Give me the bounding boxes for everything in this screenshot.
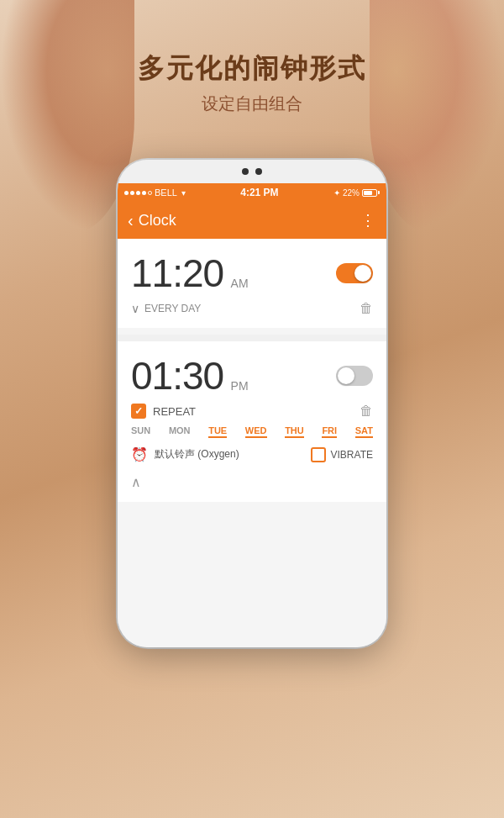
main-title: 多元化的闹钟形式: [0, 50, 504, 87]
day-fri[interactable]: FRI: [322, 425, 337, 438]
alarm2-toggle[interactable]: [336, 366, 373, 386]
alarm1-time-row: 11:20 AM: [131, 251, 373, 296]
battery-tip: [378, 191, 380, 194]
phone-top: [118, 160, 386, 183]
status-left: BELL ▾: [124, 187, 186, 198]
divider-1: [118, 335, 386, 341]
menu-button[interactable]: ⋮: [360, 211, 376, 230]
alarm1-time-display: 11:20 AM: [131, 251, 249, 296]
header-title: Clock: [139, 212, 360, 230]
wifi-icon: ▾: [181, 188, 186, 198]
day-mon[interactable]: MON: [169, 425, 191, 438]
alarm-card-2: 01:30 PM REPEAT 🗑 SUN MON TUE WED THU FR…: [118, 341, 386, 502]
ringtone-text: 默认铃声 (Oxygen): [155, 447, 239, 462]
silhouette-right: [370, 0, 504, 235]
app-header: ‹ Clock ⋮: [118, 202, 386, 239]
battery-body: [362, 189, 377, 197]
alarm2-repeat-checkbox[interactable]: [131, 404, 146, 419]
alarm1-toggle[interactable]: [336, 263, 373, 283]
alarm2-ampm: PM: [231, 379, 249, 393]
silhouette-left: [0, 0, 134, 235]
signal-indicator: [124, 191, 152, 195]
status-bar: BELL ▾ 4:21 PM ✦ 22%: [118, 183, 386, 202]
day-thu[interactable]: THU: [285, 425, 304, 438]
signal-dot-2: [130, 191, 134, 195]
vibrate-right: VIBRATE: [311, 447, 373, 462]
ringtone-left[interactable]: ⏰ 默认铃声 (Oxygen): [131, 446, 239, 462]
day-wed[interactable]: WED: [245, 425, 267, 438]
signal-dot-3: [136, 191, 140, 195]
battery-fill: [364, 191, 373, 195]
status-time: 4:21 PM: [240, 187, 278, 198]
collapse-button[interactable]: ∧: [131, 475, 141, 489]
signal-dot-4: [142, 191, 146, 195]
battery-percentage: 22%: [343, 188, 360, 198]
alarm2-time-display: 01:30 PM: [131, 353, 249, 398]
day-sun[interactable]: SUN: [131, 425, 150, 438]
alarm2-repeat-row: REPEAT 🗑: [131, 404, 373, 419]
status-right: ✦ 22%: [333, 188, 380, 198]
bluetooth-icon: ✦: [333, 188, 340, 198]
phone-frame: BELL ▾ 4:21 PM ✦ 22% ‹ Clock ⋮ 11:20: [118, 160, 386, 647]
vibrate-checkbox[interactable]: [311, 447, 326, 462]
alarm2-time[interactable]: 01:30: [131, 354, 223, 398]
alarm2-days-row: SUN MON TUE WED THU FRI SAT: [131, 425, 373, 438]
battery-icon: [362, 189, 380, 197]
camera-dot-2: [255, 168, 262, 175]
alarm1-chevron-icon[interactable]: ∨: [131, 302, 139, 315]
alarm2-repeat-label: REPEAT: [153, 405, 196, 418]
alarm1-ampm: AM: [231, 277, 249, 290]
ringtone-bell-icon: ⏰: [131, 446, 148, 462]
alarm1-repeat-row: ∨ EVERY DAY 🗑: [131, 301, 373, 316]
carrier-name: BELL: [155, 187, 177, 198]
alarm2-delete-button[interactable]: 🗑: [360, 404, 373, 419]
alarm1-time[interactable]: 11:20: [131, 251, 223, 295]
back-button[interactable]: ‹: [128, 211, 134, 230]
alarm-card-1: 11:20 AM ∨ EVERY DAY 🗑: [118, 239, 386, 328]
signal-dot-5: [148, 191, 152, 195]
alarm1-repeat-label: ∨ EVERY DAY: [131, 302, 201, 315]
alarm1-every-day: EVERY DAY: [144, 303, 201, 314]
phone-content: 11:20 AM ∨ EVERY DAY 🗑 01:30 PM: [118, 239, 386, 647]
alarm2-ringtone-row: ⏰ 默认铃声 (Oxygen) VIBRATE: [131, 446, 373, 462]
day-tue[interactable]: TUE: [208, 425, 227, 438]
sub-title: 设定自由组合: [0, 92, 504, 115]
title-area: 多元化的闹钟形式 设定自由组合: [0, 50, 504, 115]
camera-dot-1: [242, 168, 249, 175]
day-sat[interactable]: SAT: [355, 425, 373, 438]
signal-dot-1: [124, 191, 129, 195]
alarm1-delete-button[interactable]: 🗑: [360, 301, 373, 316]
vibrate-label: VIBRATE: [331, 449, 373, 461]
collapse-row: ∧: [131, 471, 373, 490]
alarm2-time-row: 01:30 PM: [131, 353, 373, 398]
